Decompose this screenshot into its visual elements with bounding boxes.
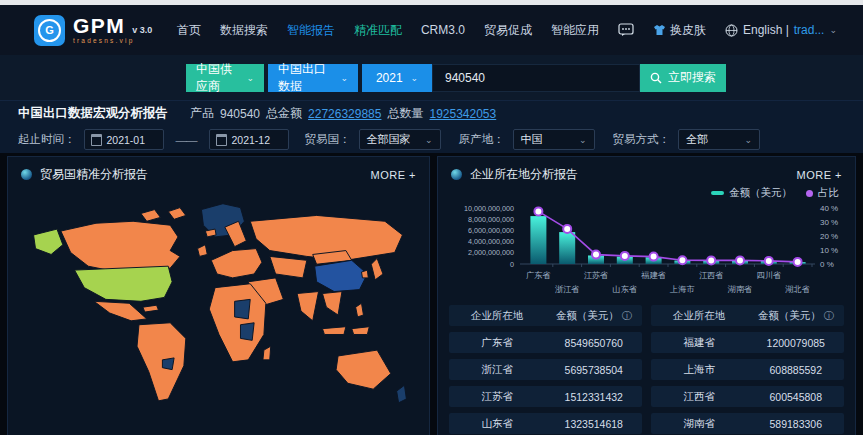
- company-location-panel: 企业所在地分析报告 MORE + 金额（美元） 占比 02,000,000,00…: [437, 156, 856, 435]
- logo-text: GPM v 3.0 tradesns.vip: [73, 15, 152, 45]
- nav-item-crm[interactable]: CRM3.0: [421, 23, 465, 37]
- map-region-japan[interactable]: [371, 258, 383, 279]
- table-row[interactable]: 福建省1200079085: [651, 332, 844, 353]
- col-region: 企业所在地: [449, 309, 546, 323]
- trade-mode-label: 贸易方式：: [613, 132, 671, 147]
- map-region-indonesia[interactable]: [352, 327, 370, 335]
- map-region-central-asia[interactable]: [270, 256, 307, 277]
- map-region-bolivia[interactable]: [162, 358, 174, 370]
- skin-switcher[interactable]: 换皮肤: [653, 22, 706, 39]
- map-region-africa-highlight[interactable]: [235, 299, 251, 319]
- svg-text:上海市: 上海市: [669, 285, 695, 294]
- qty-label: 总数量: [387, 105, 423, 122]
- trade-mode-select[interactable]: 全部 ⌄: [678, 129, 760, 150]
- map-region-uk[interactable]: [198, 245, 208, 257]
- lang-label: English |: [743, 23, 789, 37]
- total-amount-link[interactable]: 22726329885: [308, 107, 381, 121]
- region-cell: 浙江省: [449, 363, 546, 377]
- legend-ratio[interactable]: 占比: [806, 186, 839, 200]
- map-region-india[interactable]: [297, 292, 318, 321]
- table-row[interactable]: 湖南省589183306: [651, 413, 844, 434]
- report-title: 中国出口数据宏观分析报告: [18, 105, 168, 122]
- region-cell: 广东省: [449, 336, 546, 350]
- nav-item-smart-apps[interactable]: 智能应用: [551, 22, 599, 39]
- year-select[interactable]: 2021 ⌄: [362, 64, 432, 92]
- table-row[interactable]: 浙江省5695738504: [449, 359, 642, 380]
- map-region-mexico[interactable]: [94, 301, 147, 321]
- amount-cell: 1200079085: [748, 337, 845, 349]
- map-region-africa-highlight[interactable]: [240, 323, 254, 341]
- ratio-marker: [765, 257, 773, 265]
- chevron-down-icon: ⌄: [340, 73, 348, 83]
- total-qty-link[interactable]: 1925342053: [429, 107, 496, 121]
- legend-dot-swatch: [806, 190, 813, 197]
- table-row[interactable]: 上海市608885592: [651, 359, 844, 380]
- supplier-type-select[interactable]: 中国供应商 ⌄: [186, 64, 264, 92]
- map-region-indonesia[interactable]: [322, 327, 345, 335]
- date-to-input[interactable]: 2021-12: [209, 129, 289, 150]
- search-button[interactable]: 立即搜索: [640, 64, 726, 92]
- table-row[interactable]: 江西省600545808: [651, 386, 844, 407]
- calendar-icon: [91, 134, 102, 146]
- table-row[interactable]: 山东省1323514618: [449, 413, 642, 434]
- trade-country-select[interactable]: 全部国家 ⌄: [359, 129, 441, 150]
- map-region-iceland[interactable]: [205, 229, 216, 237]
- map-region-australia[interactable]: [336, 350, 391, 389]
- search-input[interactable]: [432, 64, 640, 92]
- logo[interactable]: G GPM v 3.0 tradesns.vip: [34, 15, 152, 46]
- ratio-marker: [794, 258, 802, 266]
- globe-sphere-icon: [21, 169, 32, 180]
- info-icon[interactable]: ⓘ: [622, 310, 632, 321]
- map-region-arctic-island[interactable]: [141, 210, 161, 222]
- chevron-down-icon: ⌄: [744, 135, 752, 145]
- map-region-new-zealand[interactable]: [397, 385, 407, 403]
- svg-text:10,000,000,000: 10,000,000,000: [464, 204, 514, 213]
- map-region-arctic-island[interactable]: [168, 208, 186, 220]
- origin-select[interactable]: 中国 ⌄: [513, 129, 595, 150]
- map-region-alaska[interactable]: [34, 229, 63, 254]
- table-row[interactable]: 江苏省1512331432: [449, 386, 642, 407]
- language-account[interactable]: English | trad... ⌄: [725, 23, 837, 37]
- nav-item-smart-report[interactable]: 智能报告: [287, 22, 335, 39]
- dataset-select[interactable]: 中国出口数据 ⌄: [268, 64, 358, 92]
- col-amount: 金额（美元）ⓘ: [546, 309, 643, 323]
- map-region-africa[interactable]: [209, 284, 266, 362]
- logo-domain: tradesns.vip: [73, 38, 152, 45]
- chevron-down-icon: ⌄: [829, 25, 837, 35]
- gpm-logo-icon: G: [34, 15, 65, 46]
- map-region-philippines[interactable]: [356, 303, 364, 317]
- map-region-southeast-asia[interactable]: [322, 292, 342, 315]
- trade-country-panel: 贸易国精准分析报告 MORE +: [7, 156, 430, 435]
- region-cell: 江西省: [651, 390, 748, 404]
- region-cell: 上海市: [651, 363, 748, 377]
- map-region-europe[interactable]: [211, 249, 262, 278]
- map-region-usa[interactable]: [75, 266, 173, 301]
- nav-item-data-search[interactable]: 数据搜索: [220, 22, 268, 39]
- map-region-china[interactable]: [315, 260, 368, 291]
- filter-bar: 起止时间： 2021-01 —— 2021-12 贸易国： 全部国家 ⌄ 原产地…: [0, 126, 863, 153]
- nav-item-precise-match[interactable]: 精准匹配: [354, 22, 402, 39]
- map-region-madagascar[interactable]: [263, 346, 271, 360]
- message-icon[interactable]: [618, 23, 634, 37]
- info-icon[interactable]: ⓘ: [824, 310, 834, 321]
- table-row[interactable]: 广东省8549650760: [449, 332, 642, 353]
- region-cell: 山东省: [449, 417, 546, 431]
- nav-item-trade-facilitation[interactable]: 贸易促成: [484, 22, 532, 39]
- skin-icon: [653, 24, 666, 36]
- region-cell: 江苏省: [449, 390, 546, 404]
- map-region-korea[interactable]: [361, 270, 368, 278]
- origin-label: 原产地：: [459, 132, 505, 147]
- map-more-link[interactable]: MORE +: [371, 169, 416, 181]
- date-from-input[interactable]: 2021-01: [84, 129, 164, 150]
- map-region-south-america[interactable]: [137, 323, 186, 401]
- svg-text:广东省: 广东省: [526, 271, 551, 280]
- location-table-right: 企业所在地 金额（美元）ⓘ 福建省1200079085上海市608885592江…: [651, 305, 844, 435]
- world-map: [8, 186, 429, 435]
- ratio-marker: [650, 253, 658, 261]
- map-region-canada[interactable]: [61, 221, 180, 272]
- nav-item-home[interactable]: 首页: [177, 22, 201, 39]
- legend-amount[interactable]: 金额（美元）: [711, 186, 792, 200]
- ratio-marker: [534, 207, 542, 215]
- chart-more-link[interactable]: MORE +: [797, 169, 842, 181]
- map-region-caribbean[interactable]: [143, 305, 159, 312]
